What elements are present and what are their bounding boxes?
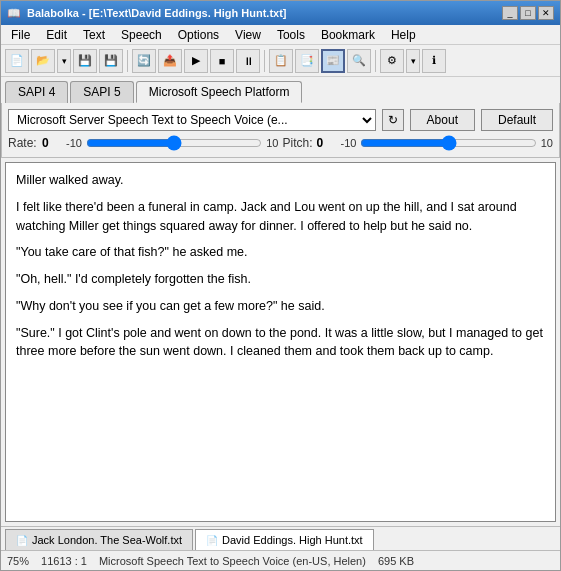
title-bar-controls: _ □ ✕: [502, 6, 554, 20]
menu-edit[interactable]: Edit: [40, 27, 73, 43]
export-button[interactable]: 📤: [158, 49, 182, 73]
browse-button[interactable]: 🔍: [347, 49, 371, 73]
menu-text[interactable]: Text: [77, 27, 111, 43]
status-size: 695 KB: [378, 555, 414, 567]
toolbar-separator-3: [375, 50, 376, 72]
menu-speech[interactable]: Speech: [115, 27, 168, 43]
voice-select-row: Microsoft Server Speech Text to Speech V…: [8, 109, 553, 131]
refresh-button[interactable]: ↻: [382, 109, 404, 131]
main-window: 📖 Balabolka - [E:\Text\David Eddings. Hi…: [0, 0, 561, 571]
rate-slider[interactable]: [86, 135, 262, 151]
bottom-tab-label-0: Jack London. The Sea-Wolf.txt: [32, 534, 182, 546]
close-button[interactable]: ✕: [538, 6, 554, 20]
bottom-tab-label-1: David Eddings. High Hunt.txt: [222, 534, 363, 546]
status-bar: 75% 11613 : 1 Microsoft Speech Text to S…: [1, 550, 560, 570]
voice-panel: Microsoft Server Speech Text to Speech V…: [1, 103, 560, 158]
app-icon: 📖: [7, 7, 21, 20]
menu-tools[interactable]: Tools: [271, 27, 311, 43]
tab-sapi5[interactable]: SAPI 5: [70, 81, 133, 103]
extra-button[interactable]: ℹ: [422, 49, 446, 73]
pitch-label: Pitch:: [283, 136, 313, 150]
tab-sapi4[interactable]: SAPI 4: [5, 81, 68, 103]
new-button[interactable]: 📄: [5, 49, 29, 73]
batch-button[interactable]: 📑: [295, 49, 319, 73]
window-title: Balabolka - [E:\Text\David Eddings. High…: [27, 7, 287, 19]
play-button[interactable]: ▶: [184, 49, 208, 73]
paragraph-4: "Why don't you see if you can get a few …: [16, 297, 545, 316]
bottom-tab-bar: 📄 Jack London. The Sea-Wolf.txt 📄 David …: [1, 526, 560, 550]
sliders-row: Rate: 0 -10 10 Pitch: 0 -10 10: [8, 135, 553, 151]
menu-file[interactable]: File: [5, 27, 36, 43]
bottom-tab-icon-1: 📄: [206, 535, 218, 546]
title-bar-left: 📖 Balabolka - [E:\Text\David Eddings. Hi…: [7, 7, 287, 20]
open-button[interactable]: 📂: [31, 49, 55, 73]
stop-button[interactable]: ■: [210, 49, 234, 73]
voice-select[interactable]: Microsoft Server Speech Text to Speech V…: [8, 109, 376, 131]
menu-view[interactable]: View: [229, 27, 267, 43]
minimize-button[interactable]: _: [502, 6, 518, 20]
paragraph-2: "You take care of that fish?" he asked m…: [16, 243, 545, 262]
paragraph-5: "Sure." I got Clint's pole and went on d…: [16, 324, 545, 362]
status-voice: Microsoft Speech Text to Speech Voice (e…: [99, 555, 366, 567]
menu-help[interactable]: Help: [385, 27, 422, 43]
save2-button[interactable]: 💾: [99, 49, 123, 73]
rate-max: 10: [266, 137, 278, 149]
settings-button[interactable]: ⚙: [380, 49, 404, 73]
settings-dropdown[interactable]: ▾: [406, 49, 420, 73]
toolbar: 📄 📂 ▾ 💾 💾 🔄 📤 ▶ ■ ⏸ 📋 📑 📰 🔍 ⚙ ▾ ℹ: [1, 45, 560, 77]
bottom-tab-icon-0: 📄: [16, 535, 28, 546]
default-button[interactable]: Default: [481, 109, 553, 131]
document-button[interactable]: 📰: [321, 49, 345, 73]
rate-section: Rate: 0 -10 10: [8, 135, 279, 151]
bottom-tab-1[interactable]: 📄 David Eddings. High Hunt.txt: [195, 529, 374, 550]
rate-label: Rate:: [8, 136, 38, 150]
pause-button[interactable]: ⏸: [236, 49, 260, 73]
toolbar-separator-1: [127, 50, 128, 72]
tab-msp[interactable]: Microsoft Speech Platform: [136, 81, 303, 103]
title-bar: 📖 Balabolka - [E:\Text\David Eddings. Hi…: [1, 1, 560, 25]
tab-bar: SAPI 4 SAPI 5 Microsoft Speech Platform: [1, 77, 560, 103]
clip-button[interactable]: 📋: [269, 49, 293, 73]
open-dropdown[interactable]: ▾: [57, 49, 71, 73]
text-area-container: Miller walked away. I felt like there'd …: [5, 162, 556, 522]
status-position: 11613 : 1: [41, 555, 87, 567]
pitch-slider[interactable]: [360, 135, 536, 151]
pitch-section: Pitch: 0 -10 10: [283, 135, 554, 151]
about-button[interactable]: About: [410, 109, 475, 131]
convert-button[interactable]: 🔄: [132, 49, 156, 73]
paragraph-3: "Oh, hell." I'd completely forgotten the…: [16, 270, 545, 289]
text-content[interactable]: Miller walked away. I felt like there'd …: [6, 163, 555, 521]
menu-options[interactable]: Options: [172, 27, 225, 43]
pitch-max: 10: [541, 137, 553, 149]
toolbar-separator-2: [264, 50, 265, 72]
paragraph-1: I felt like there'd been a funeral in ca…: [16, 198, 545, 236]
pitch-min: -10: [341, 137, 357, 149]
pitch-value: 0: [317, 136, 337, 150]
menu-bar: File Edit Text Speech Options View Tools…: [1, 25, 560, 45]
save-button[interactable]: 💾: [73, 49, 97, 73]
status-zoom: 75%: [7, 555, 29, 567]
maximize-button[interactable]: □: [520, 6, 536, 20]
rate-min: -10: [66, 137, 82, 149]
rate-value: 0: [42, 136, 62, 150]
menu-bookmark[interactable]: Bookmark: [315, 27, 381, 43]
paragraph-0: Miller walked away.: [16, 171, 545, 190]
bottom-tab-0[interactable]: 📄 Jack London. The Sea-Wolf.txt: [5, 529, 193, 550]
